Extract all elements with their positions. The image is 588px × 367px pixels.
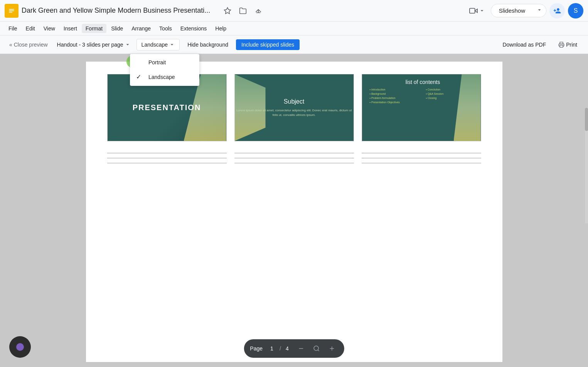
landscape-option[interactable]: ✓ Landscape <box>130 69 199 84</box>
line-group-1 <box>107 153 227 163</box>
handout-selector-button[interactable]: Handout - 3 slides per page <box>54 39 133 50</box>
note-line-1-3 <box>107 163 227 163</box>
note-line-3-3 <box>362 163 481 163</box>
line-group-3 <box>362 153 481 163</box>
svg-rect-6 <box>470 8 475 13</box>
page-total: 4 <box>286 345 289 352</box>
document-title: Dark Green and Yellow Simple Modern Busi… <box>22 7 217 15</box>
svg-marker-4 <box>224 7 231 13</box>
slide2-body: Lorem ipsum dolor sit amet, consectetur … <box>235 108 354 117</box>
svg-rect-3 <box>9 12 12 12</box>
fit-to-page-button[interactable] <box>310 342 323 355</box>
top-bar: Dark Green and Yellow Simple Modern Busi… <box>0 0 588 22</box>
slide2-decoration <box>235 74 266 141</box>
slide2-title: Subject <box>284 98 304 105</box>
svg-marker-5 <box>475 9 477 12</box>
slideshow-btn-group: Slideshow <box>491 4 546 17</box>
slideshow-dropdown-button[interactable] <box>533 4 546 17</box>
menu-edit[interactable]: Edit <box>22 24 39 33</box>
hide-background-button[interactable]: Hide background <box>183 39 233 50</box>
video-call-button[interactable] <box>466 4 488 17</box>
app-icon <box>5 4 19 18</box>
slide3-item-2-3: • Closing <box>426 97 476 99</box>
menu-format[interactable]: Format <box>82 24 106 33</box>
slide3-background: list of contents • Introduction • Backgr… <box>362 74 481 141</box>
include-skipped-button[interactable]: Include skipped slides <box>236 39 300 50</box>
zoom-in-button[interactable] <box>326 342 338 355</box>
menu-extensions[interactable]: Extensions <box>177 24 211 33</box>
zoom-out-button[interactable] <box>295 342 307 355</box>
slide3-item-2-1: • Conclution <box>426 88 476 91</box>
slide3-item-1-2: • Background <box>370 92 420 95</box>
slide3-item-1-4: • Presentation Objectives <box>370 101 420 104</box>
menu-arrange[interactable]: Arrange <box>128 24 155 33</box>
user-avatar[interactable]: S <box>568 3 583 18</box>
note-line-1-2 <box>107 158 227 158</box>
preview-bar: « Close preview Handout - 3 slides per p… <box>0 35 588 54</box>
slide-thumb-3[interactable]: list of contents • Introduction • Backgr… <box>362 74 481 141</box>
svg-line-10 <box>318 350 319 351</box>
line-group-2 <box>234 153 354 163</box>
slide3-columns: • Introduction • Background • Problem fo… <box>370 88 476 104</box>
scrollbar-thumb[interactable] <box>585 108 588 131</box>
star-icon[interactable] <box>221 5 234 17</box>
add-user-button[interactable] <box>549 3 565 18</box>
recording-dot <box>16 343 24 351</box>
slide3-item-1-1: • Introduction <box>370 88 420 91</box>
menu-bar: File Edit View Insert Format Slide Arran… <box>0 22 588 35</box>
note-line-1-1 <box>107 153 227 153</box>
svg-rect-2 <box>9 10 14 11</box>
menu-view[interactable]: View <box>40 24 59 33</box>
note-line-2-2 <box>234 158 354 158</box>
close-preview-button[interactable]: « Close preview <box>6 39 51 50</box>
slide-thumb-2[interactable]: Subject Lorem ipsum dolor sit amet, cons… <box>234 74 354 141</box>
note-line-2-1 <box>234 153 354 153</box>
slide3-item-1-3: • Problem formulation <box>370 97 420 99</box>
slide3-title: list of contents <box>370 79 476 85</box>
page-navigation: Page / 4 <box>244 339 344 358</box>
menu-insert[interactable]: Insert <box>60 24 81 33</box>
orientation-button[interactable]: Landscape <box>136 39 180 50</box>
portrait-option[interactable]: Portrait <box>130 55 199 69</box>
slideshow-button[interactable]: Slideshow <box>491 4 533 17</box>
slide3-col2: • Conclution • Q&A Session • Closing <box>426 88 476 104</box>
svg-point-9 <box>314 346 318 350</box>
menu-slide[interactable]: Slide <box>107 24 127 33</box>
note-line-3-2 <box>362 158 481 158</box>
menu-help[interactable]: Help <box>211 24 230 33</box>
note-line-2-3 <box>234 163 354 163</box>
download-pdf-button[interactable]: Download as PDF <box>498 39 551 50</box>
menu-file[interactable]: File <box>5 24 21 33</box>
slide1-title: PRESENTATION <box>133 103 201 112</box>
svg-rect-7 <box>560 45 563 47</box>
slide2-background: Subject Lorem ipsum dolor sit amet, cons… <box>235 74 354 141</box>
menu-tools[interactable]: Tools <box>155 24 176 33</box>
page-label: Page <box>250 345 263 352</box>
notes-lines-area <box>101 153 487 163</box>
slide3-item-2-2: • Q&A Session <box>426 92 476 95</box>
scrollbar-track[interactable] <box>585 108 588 223</box>
slide-card-2: Subject Lorem ipsum dolor sit amet, cons… <box>234 74 354 141</box>
orientation-dropdown: Portrait ✓ Landscape <box>130 54 199 86</box>
lines-row-1 <box>101 153 487 163</box>
slide-card-3: list of contents • Introduction • Backgr… <box>362 74 481 141</box>
page-separator: / <box>280 345 281 352</box>
page-container: PRESENTATION Subject Lorem ipsum dolor s… <box>86 62 502 362</box>
note-line-3-1 <box>362 153 481 153</box>
slide3-col1: • Introduction • Background • Problem fo… <box>370 88 420 104</box>
svg-rect-1 <box>9 9 14 10</box>
main-content: PRESENTATION Subject Lorem ipsum dolor s… <box>0 54 588 367</box>
print-button[interactable]: Print <box>554 39 582 50</box>
folder-icon[interactable] <box>237 5 249 17</box>
top-icons <box>221 5 265 17</box>
recording-button[interactable] <box>9 336 31 358</box>
cloud-icon[interactable] <box>252 5 265 17</box>
page-current-input[interactable] <box>267 345 276 352</box>
